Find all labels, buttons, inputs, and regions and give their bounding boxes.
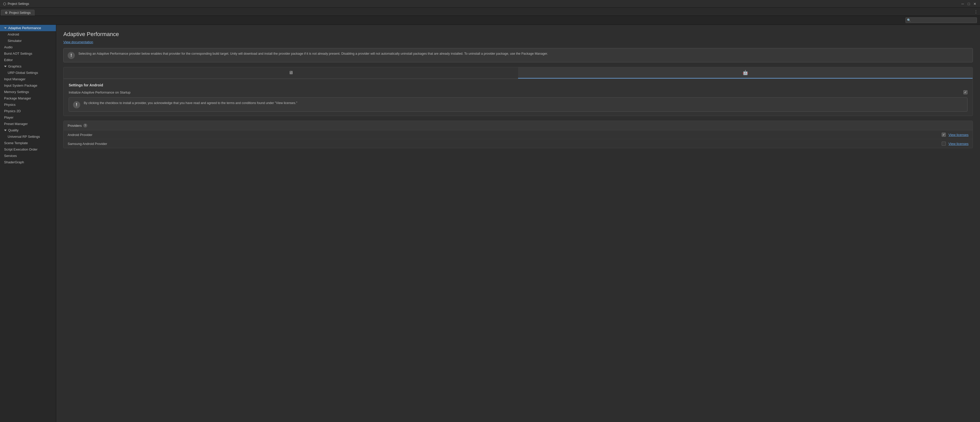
sidebar-label: ShaderGraph	[4, 160, 24, 164]
sidebar-item-memory-settings[interactable]: Memory Settings	[0, 89, 56, 95]
sidebar: Adaptive Performance Android Simulator A…	[0, 25, 56, 422]
sidebar-label: Physics 2D	[4, 109, 21, 113]
sidebar-label: Graphics	[8, 64, 21, 68]
sidebar-label: Android	[8, 32, 19, 36]
android-icon: 🤖	[743, 70, 748, 75]
sidebar-label: Quality	[8, 128, 18, 132]
sidebar-label: Scene Template	[4, 141, 28, 145]
info-box-checkbox: ! By clicking the checkbox to install a …	[69, 98, 967, 112]
content-area: Adaptive Performance View documentation …	[56, 25, 980, 422]
title-bar-controls: ─ □ ✕	[961, 2, 977, 6]
tab-label: Project Settings	[9, 11, 31, 14]
tab-gear-icon: ⚙	[5, 11, 8, 14]
sidebar-item-physics-2d[interactable]: Physics 2D	[0, 108, 56, 114]
exclamation-icon: !	[68, 52, 75, 59]
sidebar-item-script-execution[interactable]: Script Execution Order	[0, 146, 56, 153]
info-box-main: ! Selecting an Adaptive Performance prov…	[63, 48, 973, 62]
initialize-label: Initialize Adaptive Performance on Start…	[69, 91, 959, 94]
sidebar-label: Input Manager	[4, 77, 25, 81]
android-provider-row: Android Provider View licenses	[64, 130, 973, 139]
window-title: Project Settings	[8, 2, 29, 6]
exclamation-icon-2: !	[73, 101, 80, 109]
sidebar-item-input-system[interactable]: Input System Package	[0, 82, 56, 89]
sidebar-item-scene-template[interactable]: Scene Template	[0, 140, 56, 146]
triangle-icon	[4, 27, 6, 29]
sidebar-item-physics[interactable]: Physics	[0, 101, 56, 108]
providers-section: Providers ? Android Provider View licens…	[63, 121, 973, 148]
checkbox-info-text: By clicking the checkbox to install a pr…	[84, 101, 297, 105]
android-provider-name: Android Provider	[68, 133, 942, 137]
unity-logo-icon: ⬡	[3, 2, 6, 6]
android-provider-checkbox[interactable]	[942, 133, 946, 137]
sidebar-item-burst-aot[interactable]: Burst AOT Settings	[0, 50, 56, 57]
sidebar-item-quality[interactable]: Quality	[0, 127, 56, 133]
view-documentation-link[interactable]: View documentation	[63, 40, 93, 44]
android-platform-tab[interactable]: 🤖	[518, 67, 973, 78]
android-provider-view-licenses[interactable]: View licenses	[948, 133, 969, 137]
triangle-icon	[4, 66, 6, 67]
sidebar-label: Physics	[4, 103, 16, 107]
sidebar-item-preset-manager[interactable]: Preset Manager	[0, 121, 56, 127]
samsung-provider-row: Samsung Android Provider View licenses	[64, 139, 973, 148]
settings-section-title: Settings for Android	[69, 83, 967, 87]
sidebar-item-graphics[interactable]: Graphics	[0, 63, 56, 70]
desktop-platform-tab[interactable]: 🖥	[64, 67, 518, 78]
samsung-provider-view-licenses[interactable]: View licenses	[948, 142, 969, 146]
samsung-provider-checkbox[interactable]	[942, 142, 946, 146]
sidebar-label: URP Global Settings	[8, 71, 38, 75]
tab-bar: ⚙ Project Settings ⋮	[0, 8, 980, 16]
sidebar-item-shader-graph[interactable]: ShaderGraph	[0, 159, 56, 165]
title-bar: ⬡ Project Settings ─ □ ✕	[0, 0, 980, 8]
search-bar: 🔍	[0, 16, 980, 25]
sidebar-label: Preset Manager	[4, 122, 28, 126]
sidebar-label: Script Execution Order	[4, 147, 38, 151]
close-button[interactable]: ✕	[973, 2, 977, 6]
search-wrap: 🔍	[905, 18, 977, 23]
monitor-icon: 🖥	[288, 70, 293, 75]
tab-menu-button[interactable]: ⋮	[974, 9, 978, 14]
sidebar-item-package-manager[interactable]: Package Manager	[0, 95, 56, 101]
main-layout: Adaptive Performance Android Simulator A…	[0, 25, 980, 422]
initialize-setting-row: Initialize Adaptive Performance on Start…	[69, 90, 967, 94]
page-title: Adaptive Performance	[63, 31, 973, 38]
minimize-button[interactable]: ─	[961, 2, 965, 6]
sidebar-item-editor[interactable]: Editor	[0, 57, 56, 63]
sidebar-label: Burst AOT Settings	[4, 52, 32, 56]
search-icon: 🔍	[907, 18, 911, 22]
title-bar-left: ⬡ Project Settings	[3, 2, 29, 6]
sidebar-item-android[interactable]: Android	[0, 31, 56, 38]
sidebar-label: Universal RP Settings	[8, 135, 40, 139]
maximize-button[interactable]: □	[967, 2, 971, 6]
initialize-checkbox[interactable]	[963, 90, 967, 94]
sidebar-item-audio[interactable]: Audio	[0, 44, 56, 50]
sidebar-label: Services	[4, 154, 17, 158]
sidebar-item-player[interactable]: Player	[0, 114, 56, 121]
info-box-text: Selecting an Adaptive Performance provid…	[78, 51, 548, 56]
sidebar-label: Simulator	[8, 39, 22, 43]
providers-header: Providers ?	[64, 121, 973, 130]
sidebar-label: Adaptive Performance	[8, 26, 41, 30]
sidebar-item-input-manager[interactable]: Input Manager	[0, 76, 56, 82]
sidebar-item-services[interactable]: Services	[0, 153, 56, 159]
sidebar-item-simulator[interactable]: Simulator	[0, 38, 56, 44]
providers-help-icon[interactable]: ?	[83, 123, 88, 128]
sidebar-item-urp-global[interactable]: URP Global Settings	[0, 70, 56, 76]
sidebar-item-universal-rp[interactable]: Universal RP Settings	[0, 133, 56, 140]
samsung-provider-name: Samsung Android Provider	[68, 142, 942, 146]
project-settings-tab[interactable]: ⚙ Project Settings	[1, 10, 35, 16]
settings-for-android-section: Settings for Android Initialize Adaptive…	[63, 79, 973, 116]
sidebar-item-adaptive-performance[interactable]: Adaptive Performance	[0, 25, 56, 31]
sidebar-label: Package Manager	[4, 96, 31, 100]
sidebar-label: Input System Package	[4, 83, 37, 88]
sidebar-label: Editor	[4, 58, 13, 62]
sidebar-label: Memory Settings	[4, 90, 29, 94]
triangle-icon	[4, 129, 6, 131]
platform-tabs: 🖥 🤖	[63, 67, 973, 79]
search-input[interactable]	[905, 18, 977, 23]
sidebar-label: Audio	[4, 45, 13, 49]
providers-label: Providers	[68, 124, 82, 128]
sidebar-label: Player	[4, 115, 14, 119]
